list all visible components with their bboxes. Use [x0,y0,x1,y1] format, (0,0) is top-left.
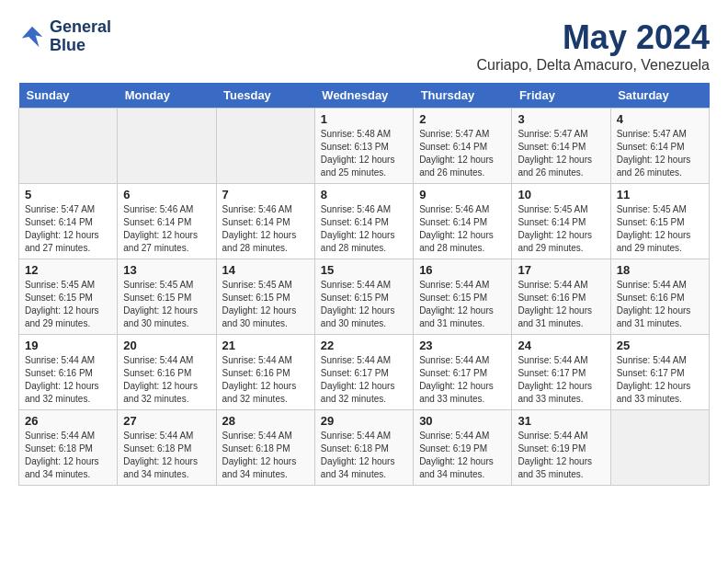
day-number: 24 [518,339,604,352]
calendar-header-cell: Friday [512,83,610,109]
day-number: 31 [518,414,604,428]
day-info: Sunrise: 5:47 AM Sunset: 6:14 PM Dayligh… [419,128,506,179]
calendar-header-row: SundayMondayTuesdayWednesdayThursdayFrid… [19,83,710,109]
calendar-table: SundayMondayTuesdayWednesdayThursdayFrid… [18,83,710,486]
page-header: General Blue May 2024 Curiapo, Delta Ama… [18,18,710,74]
day-number: 1 [321,112,407,126]
calendar-day-cell: 15Sunrise: 5:44 AM Sunset: 6:15 PM Dayli… [314,259,413,335]
calendar-week-row: 5Sunrise: 5:47 AM Sunset: 6:14 PM Daylig… [19,184,710,259]
day-number: 11 [617,188,703,201]
calendar-header-cell: Saturday [610,83,709,109]
calendar-day-cell: 29Sunrise: 5:44 AM Sunset: 6:18 PM Dayli… [314,410,413,486]
day-info: Sunrise: 5:44 AM Sunset: 6:17 PM Dayligh… [617,354,703,406]
day-number: 30 [419,414,506,428]
day-info: Sunrise: 5:44 AM Sunset: 6:19 PM Dayligh… [518,430,604,481]
calendar-day-cell: 8Sunrise: 5:46 AM Sunset: 6:14 PM Daylig… [314,184,413,259]
calendar-day-cell: 17Sunrise: 5:44 AM Sunset: 6:16 PM Dayli… [512,259,610,335]
calendar-day-cell: 26Sunrise: 5:44 AM Sunset: 6:18 PM Dayli… [19,410,118,486]
calendar-day-cell: 27Sunrise: 5:44 AM Sunset: 6:18 PM Dayli… [118,410,216,486]
calendar-week-row: 12Sunrise: 5:45 AM Sunset: 6:15 PM Dayli… [19,259,710,335]
day-number: 7 [222,188,309,201]
day-number: 29 [321,414,407,428]
day-info: Sunrise: 5:44 AM Sunset: 6:16 PM Dayligh… [222,354,309,406]
day-info: Sunrise: 5:44 AM Sunset: 6:15 PM Dayligh… [419,279,506,330]
day-number: 9 [419,188,506,201]
day-info: Sunrise: 5:48 AM Sunset: 6:13 PM Dayligh… [321,128,407,179]
day-number: 13 [123,263,210,277]
calendar-day-cell [216,109,314,184]
day-number: 10 [518,188,604,201]
calendar-header-cell: Wednesday [314,83,413,109]
day-number: 21 [222,339,309,352]
day-number: 16 [419,263,506,277]
logo-text: General Blue [50,18,111,55]
day-number: 23 [419,339,506,352]
calendar-header-cell: Tuesday [216,83,314,109]
day-info: Sunrise: 5:44 AM Sunset: 6:18 PM Dayligh… [25,430,111,481]
calendar-day-cell: 4Sunrise: 5:47 AM Sunset: 6:14 PM Daylig… [610,109,709,184]
day-number: 2 [419,112,506,126]
calendar-day-cell: 9Sunrise: 5:46 AM Sunset: 6:14 PM Daylig… [414,184,512,259]
day-info: Sunrise: 5:46 AM Sunset: 6:14 PM Dayligh… [222,203,309,255]
calendar-day-cell: 14Sunrise: 5:45 AM Sunset: 6:15 PM Dayli… [216,259,314,335]
day-info: Sunrise: 5:44 AM Sunset: 6:16 PM Dayligh… [617,279,703,330]
calendar-day-cell [19,109,118,184]
calendar-day-cell: 19Sunrise: 5:44 AM Sunset: 6:16 PM Dayli… [19,335,118,410]
day-number: 27 [123,414,210,428]
calendar-day-cell: 22Sunrise: 5:44 AM Sunset: 6:17 PM Dayli… [314,335,413,410]
day-info: Sunrise: 5:44 AM Sunset: 6:16 PM Dayligh… [518,279,604,330]
day-number: 12 [25,263,111,277]
day-number: 26 [25,414,111,428]
calendar-day-cell: 10Sunrise: 5:45 AM Sunset: 6:14 PM Dayli… [512,184,610,259]
calendar-week-row: 1Sunrise: 5:48 AM Sunset: 6:13 PM Daylig… [19,109,710,184]
day-info: Sunrise: 5:44 AM Sunset: 6:17 PM Dayligh… [321,354,407,406]
calendar-day-cell: 25Sunrise: 5:44 AM Sunset: 6:17 PM Dayli… [610,335,709,410]
day-number: 8 [321,188,407,201]
day-info: Sunrise: 5:47 AM Sunset: 6:14 PM Dayligh… [617,128,703,179]
day-info: Sunrise: 5:44 AM Sunset: 6:18 PM Dayligh… [321,430,407,481]
day-number: 18 [617,263,703,277]
day-number: 15 [321,263,407,277]
calendar-body: 1Sunrise: 5:48 AM Sunset: 6:13 PM Daylig… [19,109,710,486]
day-info: Sunrise: 5:45 AM Sunset: 6:15 PM Dayligh… [123,279,210,330]
day-number: 4 [617,112,703,126]
day-info: Sunrise: 5:44 AM Sunset: 6:18 PM Dayligh… [123,430,210,481]
day-number: 14 [222,263,309,277]
day-info: Sunrise: 5:45 AM Sunset: 6:15 PM Dayligh… [617,203,703,255]
calendar-week-row: 19Sunrise: 5:44 AM Sunset: 6:16 PM Dayli… [19,335,710,410]
day-number: 6 [123,188,210,201]
day-number: 17 [518,263,604,277]
calendar-day-cell [610,410,709,486]
calendar-day-cell: 3Sunrise: 5:47 AM Sunset: 6:14 PM Daylig… [512,109,610,184]
svg-marker-0 [22,27,43,48]
calendar-day-cell: 18Sunrise: 5:44 AM Sunset: 6:16 PM Dayli… [610,259,709,335]
calendar-week-row: 26Sunrise: 5:44 AM Sunset: 6:18 PM Dayli… [19,410,710,486]
logo-icon [18,23,46,51]
calendar-day-cell: 31Sunrise: 5:44 AM Sunset: 6:19 PM Dayli… [512,410,610,486]
day-number: 25 [617,339,703,352]
day-info: Sunrise: 5:44 AM Sunset: 6:15 PM Dayligh… [321,279,407,330]
logo: General Blue [18,18,111,55]
day-info: Sunrise: 5:45 AM Sunset: 6:15 PM Dayligh… [222,279,309,330]
calendar-day-cell: 20Sunrise: 5:44 AM Sunset: 6:16 PM Dayli… [118,335,216,410]
calendar-day-cell: 28Sunrise: 5:44 AM Sunset: 6:18 PM Dayli… [216,410,314,486]
day-info: Sunrise: 5:44 AM Sunset: 6:19 PM Dayligh… [419,430,506,481]
calendar-day-cell: 5Sunrise: 5:47 AM Sunset: 6:14 PM Daylig… [19,184,118,259]
day-number: 22 [321,339,407,352]
calendar-day-cell: 2Sunrise: 5:47 AM Sunset: 6:14 PM Daylig… [414,109,512,184]
calendar-day-cell: 12Sunrise: 5:45 AM Sunset: 6:15 PM Dayli… [19,259,118,335]
calendar-day-cell: 23Sunrise: 5:44 AM Sunset: 6:17 PM Dayli… [414,335,512,410]
day-info: Sunrise: 5:47 AM Sunset: 6:14 PM Dayligh… [518,128,604,179]
title-block: May 2024 Curiapo, Delta Amacuro, Venezue… [477,18,710,74]
calendar-day-cell: 16Sunrise: 5:44 AM Sunset: 6:15 PM Dayli… [414,259,512,335]
day-info: Sunrise: 5:44 AM Sunset: 6:18 PM Dayligh… [222,430,309,481]
day-number: 3 [518,112,604,126]
page-subtitle: Curiapo, Delta Amacuro, Venezuela [477,57,710,74]
day-info: Sunrise: 5:44 AM Sunset: 6:17 PM Dayligh… [518,354,604,406]
day-number: 19 [25,339,111,352]
calendar-day-cell: 11Sunrise: 5:45 AM Sunset: 6:15 PM Dayli… [610,184,709,259]
calendar-day-cell: 6Sunrise: 5:46 AM Sunset: 6:14 PM Daylig… [118,184,216,259]
calendar-header-cell: Monday [118,83,216,109]
day-info: Sunrise: 5:46 AM Sunset: 6:14 PM Dayligh… [123,203,210,255]
calendar-day-cell: 21Sunrise: 5:44 AM Sunset: 6:16 PM Dayli… [216,335,314,410]
